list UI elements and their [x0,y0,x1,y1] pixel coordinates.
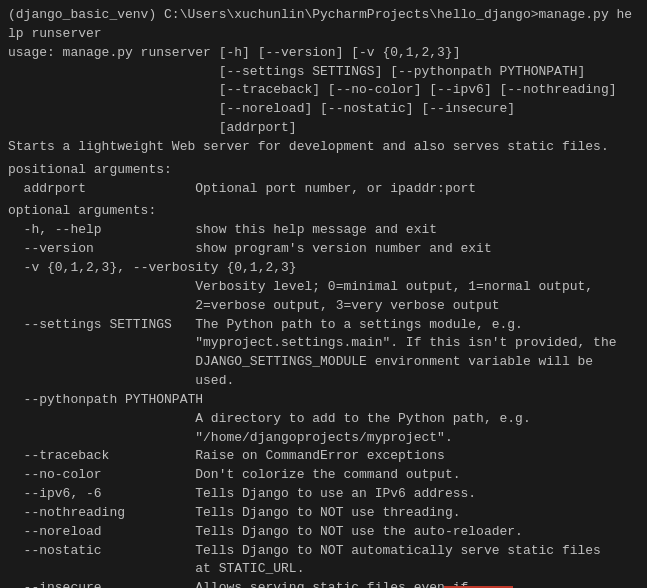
terminal-line-1: (django_basic_venv) C:\Users\xuchunlin\P… [8,6,639,44]
terminal-line-23: --pythonpath PYTHONPATH [8,391,639,410]
terminal-content: (django_basic_venv) C:\Users\xuchunlin\P… [8,6,639,588]
terminal-line-13: optional arguments: [8,202,639,221]
terminal-line-19: --settings SETTINGS The Python path to a… [8,316,639,335]
terminal-line-27: --no-color Don't colorize the command ou… [8,466,639,485]
terminal-window: (django_basic_venv) C:\Users\xuchunlin\P… [0,0,647,588]
terminal-line-17: Verbosity level; 0=minimal output, 1=nor… [8,278,639,297]
terminal-line-10: positional arguments: [8,161,639,180]
terminal-line-25: "/home/djangoprojects/myproject". [8,429,639,448]
terminal-line-2: usage: manage.py runserver [-h] [--versi… [8,44,639,63]
terminal-line-14: -h, --help show this help message and ex… [8,221,639,240]
terminal-line-26: --traceback Raise on CommandError except… [8,447,639,466]
terminal-line-6: [addrport] [8,119,639,138]
terminal-line-24: A directory to add to the Python path, e… [8,410,639,429]
terminal-line-8: Starts a lightweight Web server for deve… [8,138,639,157]
terminal-line-31: --nostatic Tells Django to NOT automatic… [8,542,639,561]
terminal-line-30: --noreload Tells Django to NOT use the a… [8,523,639,542]
terminal-line-15: --version show program's version number … [8,240,639,259]
terminal-line-5: [--noreload] [--nostatic] [--insecure] [8,100,639,119]
terminal-line-11: addrport Optional port number, or ipaddr… [8,180,639,199]
terminal-line-16: -v {0,1,2,3}, --verbosity {0,1,2,3} [8,259,639,278]
terminal-line-20: "myproject.settings.main". If this isn't… [8,334,639,353]
terminal-line-21: DJANGO_SETTINGS_MODULE environment varia… [8,353,639,372]
terminal-line-18: 2=verbose output, 3=very verbose output [8,297,639,316]
terminal-line-28: --ipv6, -6 Tells Django to use an IPv6 a… [8,485,639,504]
terminal-line-22: used. [8,372,639,391]
terminal-line-32: at STATIC_URL. [8,560,639,579]
terminal-line-29: --nothreading Tells Django to NOT use th… [8,504,639,523]
terminal-line-4: [--traceback] [--no-color] [--ipv6] [--n… [8,81,639,100]
terminal-line-3: [--settings SETTINGS] [--pythonpath PYTH… [8,63,639,82]
